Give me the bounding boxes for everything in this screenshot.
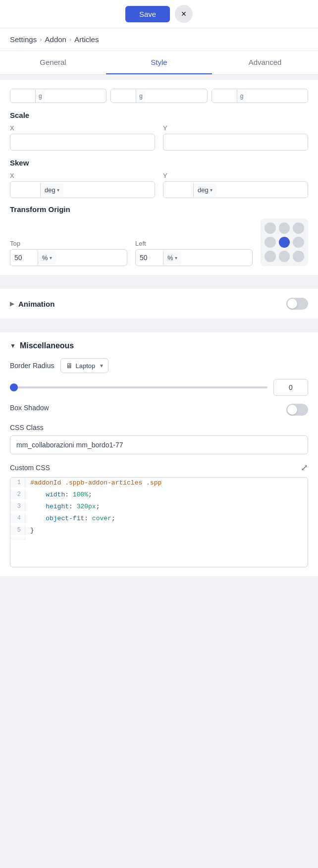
scale-x-input[interactable] bbox=[10, 134, 155, 151]
laptop-icon: 🖥 bbox=[66, 362, 73, 370]
top-input-3[interactable] bbox=[212, 89, 237, 103]
line-num-empty bbox=[10, 537, 25, 540]
line-code-4: object-fit: cover; bbox=[25, 513, 120, 524]
breadcrumb-articles[interactable]: Articles bbox=[74, 35, 99, 44]
scale-y-group: Y bbox=[163, 124, 308, 151]
dot-mr[interactable] bbox=[293, 237, 304, 248]
code-line-5: 5 } bbox=[10, 525, 308, 537]
dot-tl[interactable] bbox=[265, 222, 276, 234]
css-class-input[interactable] bbox=[10, 435, 308, 454]
scale-y-input[interactable] bbox=[163, 134, 308, 151]
scale-axis-row: X Y bbox=[10, 124, 308, 151]
line-code-2: width: 100%; bbox=[25, 489, 97, 500]
tab-bar: General Style Advanced bbox=[0, 51, 318, 75]
dot-bc[interactable] bbox=[279, 251, 290, 262]
border-radius-value[interactable]: 0 bbox=[273, 379, 308, 396]
animation-section-header: ▶ Animation bbox=[10, 298, 308, 310]
code-line-2: 2 width: 100%; bbox=[10, 489, 308, 501]
origin-left-input[interactable] bbox=[136, 250, 163, 266]
origin-inputs: Top % ▾ Left % ▾ bbox=[10, 240, 253, 266]
skew-y-input-wrap: deg ▾ bbox=[163, 181, 308, 198]
dot-bl[interactable] bbox=[265, 251, 276, 262]
misc-section-header: ▼ Miscellaneous bbox=[10, 341, 308, 350]
device-chevron-icon: ▾ bbox=[100, 362, 103, 369]
device-select[interactable]: 🖥 Laptop ▾ bbox=[60, 358, 109, 373]
transform-origin-section: Transform Origin Top % ▾ Left bbox=[10, 205, 308, 266]
origin-top-unit-select[interactable]: % ▾ bbox=[38, 251, 56, 265]
skew-y-label: Y bbox=[163, 172, 308, 179]
scale-x-label: X bbox=[10, 124, 155, 132]
breadcrumb-sep-2: › bbox=[69, 36, 71, 43]
top-input-unit-1: g bbox=[35, 90, 45, 103]
dot-tr[interactable] bbox=[293, 222, 304, 234]
breadcrumb-settings[interactable]: Settings bbox=[10, 35, 37, 44]
dot-br[interactable] bbox=[293, 251, 304, 262]
dot-mc[interactable] bbox=[279, 237, 290, 248]
origin-dot-grid[interactable] bbox=[261, 218, 308, 266]
animation-title-row: ▶ Animation bbox=[10, 300, 54, 308]
dot-ml[interactable] bbox=[265, 237, 276, 248]
origin-top-chevron-icon: ▾ bbox=[50, 255, 52, 261]
line-code-1: #addonId .sppb-addon-articles .spp bbox=[25, 478, 166, 488]
top-input-row: g g g bbox=[10, 89, 308, 103]
skew-x-unit-select[interactable]: deg ▾ bbox=[40, 183, 63, 197]
origin-top-input-wrap: % ▾ bbox=[10, 249, 127, 266]
skew-axis-row: X deg ▾ Y deg ▾ bbox=[10, 172, 308, 198]
tab-advanced[interactable]: Advanced bbox=[212, 51, 318, 74]
origin-left-input-wrap: % ▾ bbox=[135, 249, 253, 266]
animation-toggle[interactable] bbox=[286, 298, 308, 310]
line-num-2: 2 bbox=[10, 489, 25, 499]
top-input-unit-2: g bbox=[136, 90, 146, 103]
line-num-3: 3 bbox=[10, 501, 25, 511]
tab-general[interactable]: General bbox=[0, 51, 106, 74]
breadcrumb-addon[interactable]: Addon bbox=[45, 35, 66, 44]
skew-x-unit-label: deg bbox=[45, 186, 55, 194]
code-editor[interactable]: 1 #addonId .sppb-addon-articles .spp 2 w… bbox=[10, 477, 308, 567]
expand-icon[interactable]: ⤢ bbox=[301, 462, 308, 473]
border-radius-slider[interactable] bbox=[10, 386, 267, 388]
skew-y-input[interactable] bbox=[163, 182, 193, 198]
truncated-top-panel: g g g Scale X Y Skew X deg bbox=[0, 80, 318, 275]
origin-left-label: Left bbox=[135, 240, 253, 247]
skew-y-group: Y deg ▾ bbox=[163, 172, 308, 198]
origin-left-group: Left % ▾ bbox=[135, 240, 253, 266]
save-button[interactable]: Save bbox=[125, 6, 170, 22]
animation-label: Animation bbox=[18, 300, 54, 308]
top-input-pair-1: g bbox=[10, 89, 106, 103]
line-num-1: 1 bbox=[10, 478, 25, 488]
animation-collapse-icon[interactable]: ▶ bbox=[10, 300, 14, 307]
scale-y-label: Y bbox=[163, 124, 308, 132]
skew-x-input[interactable] bbox=[10, 182, 40, 198]
breadcrumb: Settings › Addon › Articles bbox=[0, 28, 318, 51]
line-num-5: 5 bbox=[10, 525, 25, 535]
top-input-2[interactable] bbox=[111, 89, 136, 103]
close-button[interactable]: × bbox=[175, 5, 193, 23]
origin-top-unit-label: % bbox=[42, 254, 48, 262]
custom-css-header: Custom CSS ⤢ bbox=[10, 462, 308, 473]
misc-collapse-icon[interactable]: ▼ bbox=[10, 342, 16, 349]
origin-top-group: Top % ▾ bbox=[10, 240, 127, 266]
line-code-3: height: 320px; bbox=[25, 501, 105, 512]
misc-section: ▼ Miscellaneous Border Radius 🖥 Laptop ▾… bbox=[0, 332, 318, 576]
line-code-empty bbox=[25, 537, 35, 540]
skew-label: Skew bbox=[10, 159, 308, 167]
custom-css-label: Custom CSS bbox=[10, 464, 50, 472]
divider-1 bbox=[0, 280, 318, 284]
origin-left-unit-select[interactable]: % ▾ bbox=[163, 251, 181, 265]
code-line-empty bbox=[10, 537, 308, 567]
line-num-4: 4 bbox=[10, 513, 25, 523]
skew-x-chevron-icon: ▾ bbox=[57, 187, 59, 193]
box-shadow-toggle[interactable] bbox=[286, 404, 308, 416]
dot-tc[interactable] bbox=[279, 222, 290, 234]
skew-y-unit-label: deg bbox=[198, 186, 209, 194]
top-input-1[interactable] bbox=[10, 89, 35, 103]
origin-left-chevron-icon: ▾ bbox=[175, 255, 177, 261]
code-line-4: 4 object-fit: cover; bbox=[10, 513, 308, 525]
slider-row: 0 bbox=[10, 379, 308, 396]
origin-left-unit-label: % bbox=[167, 254, 173, 262]
tab-style[interactable]: Style bbox=[106, 51, 212, 74]
top-input-pair-2: g bbox=[110, 89, 207, 103]
skew-y-unit-select[interactable]: deg ▾ bbox=[193, 183, 216, 197]
top-bar: Save × bbox=[0, 0, 318, 28]
origin-top-input[interactable] bbox=[10, 250, 38, 266]
